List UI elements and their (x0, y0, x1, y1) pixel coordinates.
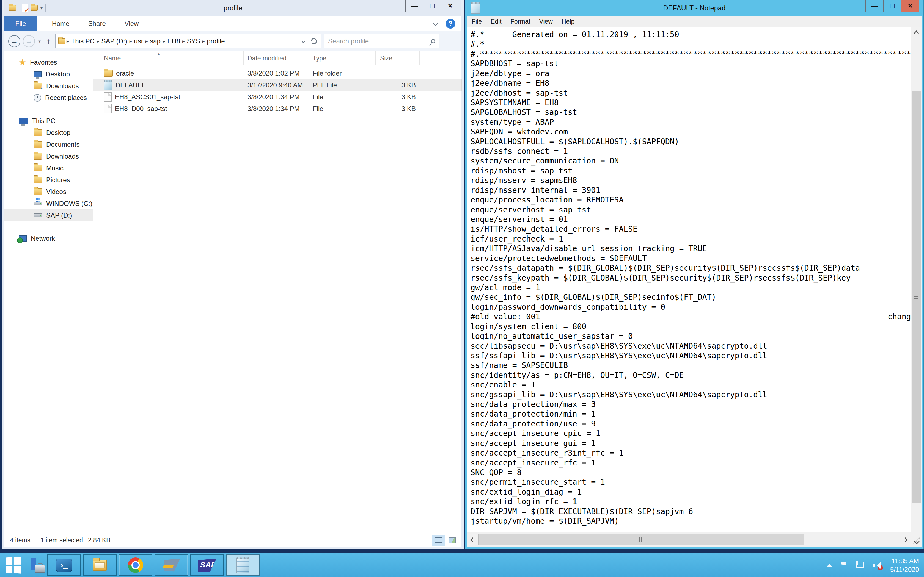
address-bar[interactable]: ▸This PC▸SAP (D:)▸usr▸sap▸EH8▸SYS▸profil… (55, 34, 321, 48)
search-icon[interactable] (431, 39, 435, 44)
table-row[interactable]: oracle3/8/2020 1:02 PMFile folder (93, 67, 462, 79)
chrome-icon (128, 558, 143, 573)
tab-file[interactable]: File (5, 16, 37, 31)
explorer-maximize-button[interactable]: □ (423, 0, 441, 12)
taskbar-chrome-button[interactable] (119, 554, 152, 576)
column-header-name[interactable]: Name (93, 52, 244, 65)
sidebar-item-label: WINDOWS (C:) (46, 200, 92, 208)
breadcrumb-segment[interactable]: profile (205, 37, 227, 45)
menu-file[interactable]: File (467, 18, 486, 25)
breadcrumb-segment[interactable]: SAP (D:) (99, 37, 129, 45)
column-header-date-modified[interactable]: Date modified (244, 52, 309, 65)
explorer-minimize-button[interactable]: — (405, 0, 423, 12)
sidebar-item-downloads[interactable]: Downloads (5, 80, 93, 92)
horizontal-scrollbar[interactable] (467, 532, 911, 547)
taskbar-sap-logon-button[interactable] (155, 554, 188, 576)
taskbar-sap-gui-button[interactable]: SAP (190, 554, 224, 576)
action-center-flag-icon[interactable] (840, 561, 847, 569)
sidebar-item-sap-d-[interactable]: SAP (D:) (5, 210, 93, 221)
show-hidden-icons-button[interactable] (827, 564, 832, 567)
server-manager-icon[interactable] (29, 558, 45, 572)
up-button[interactable]: ↑ (44, 37, 53, 46)
taskbar-notepad-button[interactable] (226, 554, 260, 576)
text-line: login/system_client = 800 (470, 322, 911, 331)
vertical-scrollbar[interactable] (911, 27, 922, 547)
details-view-button[interactable] (432, 535, 445, 546)
history-chevron-icon[interactable]: ▾ (37, 39, 42, 44)
sidebar-item-desktop[interactable]: Desktop (5, 68, 93, 80)
back-button[interactable]: ← (8, 35, 20, 47)
breadcrumb-segment[interactable]: usr (132, 37, 145, 45)
text-line: snc/gssapi_lib = D:\usr\sap\EH8\SYS\exe\… (470, 390, 911, 400)
file-date-modified: 3/8/2020 1:34 PM (244, 105, 309, 113)
file-icon (104, 92, 111, 102)
scroll-up-button[interactable] (911, 27, 922, 39)
breadcrumb-segment[interactable]: This PC (69, 37, 97, 45)
sidebar-item-documents[interactable]: Documents (5, 139, 93, 150)
breadcrumb-separator-icon: ▸ (163, 39, 165, 44)
search-input[interactable] (328, 37, 431, 45)
horizontal-scrollbar-thumb[interactable] (478, 534, 804, 545)
sidebar-item-pictures[interactable]: Pictures (5, 174, 93, 186)
breadcrumb-segment[interactable]: SYS (185, 37, 202, 45)
notepad-close-button[interactable]: × (901, 0, 919, 12)
menu-view[interactable]: View (535, 18, 557, 25)
file-name: DEFAULT (115, 81, 145, 89)
tab-home[interactable]: Home (43, 16, 79, 31)
network-icon (19, 235, 27, 242)
notepad-text-area[interactable]: #.* Generated on = 01.11.2019 , 11:11:50… (467, 27, 911, 532)
notepad-maximize-button[interactable]: □ (883, 0, 901, 12)
column-header-size[interactable]: Size (376, 52, 420, 65)
tab-view[interactable]: View (115, 16, 148, 31)
menu-help[interactable]: Help (557, 18, 579, 25)
taskbar-file-explorer-button[interactable] (83, 554, 116, 576)
sidebar-item-downloads[interactable]: Downloads (5, 150, 93, 162)
folder-icon (34, 189, 42, 195)
table-row[interactable]: EH8_D00_sap-tst3/8/2020 1:34 PMFile3 KB (93, 103, 462, 114)
sidebar-item-this-pc[interactable]: This PC (5, 115, 93, 127)
notepad-minimize-button[interactable]: — (866, 0, 884, 12)
ribbon-collapse-chevron-icon[interactable] (433, 21, 438, 26)
sidebar-item-recent-places[interactable]: Recent places (5, 92, 93, 103)
taskbar: ›_ SAP × 11:35 AM 5/11/2020 (0, 553, 924, 577)
star-icon: ★ (19, 58, 26, 66)
menu-edit[interactable]: Edit (486, 18, 506, 25)
breadcrumb-segment[interactable]: sap (148, 37, 163, 45)
thumbnails-view-button[interactable] (446, 535, 459, 546)
scroll-left-button[interactable] (467, 534, 478, 545)
forward-button[interactable]: → (23, 35, 35, 47)
sidebar-item-network[interactable]: Network (5, 232, 93, 244)
sidebar-item-desktop[interactable]: Desktop (5, 127, 93, 139)
file-date-modified: 3/8/2020 1:34 PM (244, 93, 309, 101)
text-line: is/HTTP/show_detailed_errors = FALSE (470, 224, 911, 234)
breadcrumb-segment[interactable]: EH8 (165, 37, 183, 45)
sidebar-item-favorites[interactable]: ★Favorites (5, 56, 93, 68)
text-line: rsdb/ssfs_connect = 1 (470, 147, 911, 156)
volume-muted-icon[interactable]: × (872, 561, 882, 569)
table-row[interactable]: EH8_ASCS01_sap-tst3/8/2020 1:34 PMFile3 … (93, 91, 462, 103)
notepad-menubar: FileEditFormatViewHelp (467, 16, 922, 27)
breadcrumb-separator-icon: ▸ (202, 39, 205, 44)
scroll-right-button[interactable] (900, 534, 911, 545)
vertical-scrollbar-thumb[interactable] (912, 91, 921, 503)
sidebar-item-videos[interactable]: Videos (5, 186, 93, 198)
network-icon[interactable] (856, 561, 864, 569)
table-row[interactable]: DEFAULT3/17/2020 9:40 AMPFL File3 KB (93, 79, 462, 91)
sidebar-item-music[interactable]: Music (5, 162, 93, 174)
tab-share[interactable]: Share (79, 16, 115, 31)
refresh-icon[interactable] (311, 38, 317, 44)
help-icon[interactable]: ? (446, 19, 456, 29)
column-header-type[interactable]: Type (309, 52, 376, 65)
breadcrumb: ▸This PC▸SAP (D:)▸usr▸sap▸EH8▸SYS▸profil… (66, 37, 227, 45)
file-icon (104, 104, 111, 113)
drive-win-icon (34, 201, 42, 205)
start-button[interactable] (6, 557, 21, 574)
address-dropdown-chevron-icon[interactable] (301, 39, 305, 43)
sidebar-item-windows-c-[interactable]: WINDOWS (C:) (5, 198, 93, 210)
menu-format[interactable]: Format (506, 18, 535, 25)
taskbar-powershell-button[interactable]: ›_ (47, 554, 81, 576)
clock[interactable]: 11:35 AM 5/11/2020 (890, 557, 919, 574)
text-line: enque/serverinst = 01 (470, 214, 911, 224)
breadcrumb-separator-icon: ▸ (183, 39, 185, 44)
explorer-close-button[interactable]: × (441, 0, 459, 12)
